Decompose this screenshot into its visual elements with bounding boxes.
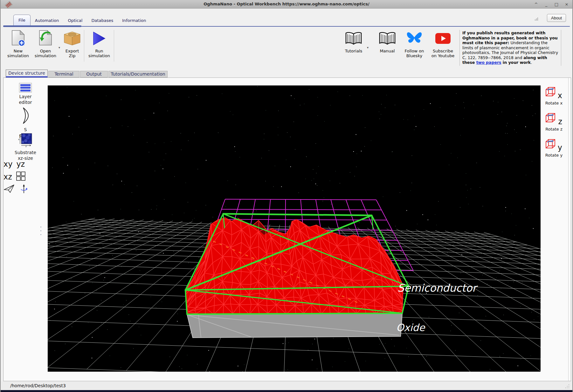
substrate-thumbnail-icon: x z <box>18 132 33 148</box>
view-tools-row <box>3 184 47 195</box>
new-simulation-icon <box>11 29 25 48</box>
window-title: OghmaNano - Optical Workbench https://ww… <box>1 2 572 6</box>
tab-output[interactable]: Output <box>80 71 108 78</box>
toolbar-separator <box>84 30 84 62</box>
current-path: /home/rod/Desktop/test3 <box>10 383 66 388</box>
open-simulation-button[interactable]: Open simulation <box>32 29 59 58</box>
two-papers-link[interactable]: two papers <box>476 60 501 65</box>
title-bar[interactable]: OghmaNano - Optical Workbench https://ww… <box>1 0 572 9</box>
export-zip-button[interactable]: Export Zip <box>62 29 83 58</box>
manual-button[interactable]: Manual <box>376 29 398 53</box>
rotate-cube-icon <box>545 92 556 98</box>
app-window: OghmaNano - Optical Workbench https://ww… <box>0 0 573 392</box>
view-xy-yz-row: xy yz <box>3 160 47 169</box>
menu-optical[interactable]: Optical <box>63 16 87 27</box>
layer-editor-button[interactable]: Layer editor <box>3 83 47 105</box>
rotate-axis-icon[interactable] <box>20 184 28 195</box>
svg-text:x: x <box>18 138 19 141</box>
run-simulation-icon <box>92 29 106 48</box>
export-zip-icon <box>64 29 81 48</box>
rotate-controls: x Rotate x <box>497 78 571 381</box>
grid-2x2-icon[interactable] <box>16 171 26 183</box>
about-button[interactable]: About <box>547 14 566 22</box>
bluesky-butterfly-icon <box>407 29 422 48</box>
status-bar: /home/rod/Desktop/test3 <box>1 381 572 390</box>
bluesky-button[interactable]: Follow on Bluesky <box>401 29 428 58</box>
rotate-cube-icon <box>545 118 556 124</box>
maximize-button[interactable]: □ <box>554 2 559 7</box>
menu-databases[interactable]: Databases <box>87 16 118 27</box>
view-xz-button[interactable]: xz <box>3 172 12 181</box>
tutorials-dropdown-icon[interactable]: ▾ <box>367 46 369 49</box>
open-simulation-dropdown-icon[interactable]: ▾ <box>59 46 60 49</box>
paper-plane-icon[interactable] <box>3 184 15 194</box>
device-structure-panel: Layer editor S plane <box>3 78 571 381</box>
rotate-cube-icon <box>545 144 556 150</box>
panel-edge-line <box>568 78 569 381</box>
rotate-z-button[interactable]: z Rotate z <box>543 113 565 132</box>
citation-note: If you publish results generated with Og… <box>459 30 561 66</box>
signal-bars-icon <box>535 17 538 21</box>
menu-file[interactable]: File <box>13 15 31 27</box>
run-simulation-button[interactable]: Run simulation <box>86 29 113 58</box>
rotate-y-axis-letter: y <box>558 143 562 152</box>
s-plane-icon <box>21 107 30 125</box>
youtube-button[interactable]: Subscribe on Youtube <box>430 29 456 58</box>
view-yz-button[interactable]: yz <box>16 160 25 169</box>
close-button[interactable]: × <box>564 2 569 7</box>
youtube-icon <box>435 29 451 48</box>
rotate-x-button[interactable]: x Rotate x <box>543 87 565 106</box>
document-tabs: Device structure Terminal Output Tutoria… <box>1 69 572 78</box>
menu-bar: File Automation Optical Databases Inform… <box>1 9 572 27</box>
toolbar-separator <box>114 30 114 62</box>
toolbar: New simulation Open simulation ▾ <box>1 27 572 68</box>
tutorials-button[interactable]: Tutorials <box>343 29 364 53</box>
view-xy-button[interactable]: xy <box>3 160 12 169</box>
rotate-z-axis-letter: z <box>558 117 562 126</box>
sidebar: Layer editor S plane <box>3 78 47 381</box>
tutorials-book-icon <box>345 29 362 48</box>
tab-terminal[interactable]: Terminal <box>48 71 79 78</box>
shade-button[interactable]: ^ <box>534 2 539 7</box>
3d-viewport[interactable]: Semiconductor Oxide <box>48 85 541 372</box>
layer-editor-icon <box>19 83 32 92</box>
new-simulation-button[interactable]: New simulation <box>4 29 32 58</box>
rotate-y-button[interactable]: y Rotate y <box>543 139 565 158</box>
tab-tutorials-documentation[interactable]: Tutorials/Documentation <box>108 71 168 78</box>
open-simulation-icon <box>38 29 53 48</box>
menu-underline-active <box>3 25 81 27</box>
splitter-handle[interactable] <box>40 226 42 235</box>
rotate-x-axis-letter: x <box>558 91 562 100</box>
substrate-xz-size-button[interactable]: x z Substrate xz-size <box>3 132 47 161</box>
view-xz-row: xz <box>3 171 47 183</box>
minimize-button[interactable]: _ <box>544 2 549 7</box>
citation-text: If you publish results generated with Og… <box>462 30 558 65</box>
menu-underline <box>3 26 570 27</box>
manual-book-icon <box>379 29 396 48</box>
menu-automation[interactable]: Automation <box>31 16 64 27</box>
menu-information[interactable]: Information <box>118 16 150 27</box>
3d-scene <box>48 85 541 372</box>
window-bottom-border <box>1 390 572 392</box>
resize-grip[interactable] <box>565 384 569 388</box>
tab-device-structure[interactable]: Device structure <box>6 70 48 78</box>
svg-text:z: z <box>25 145 27 147</box>
